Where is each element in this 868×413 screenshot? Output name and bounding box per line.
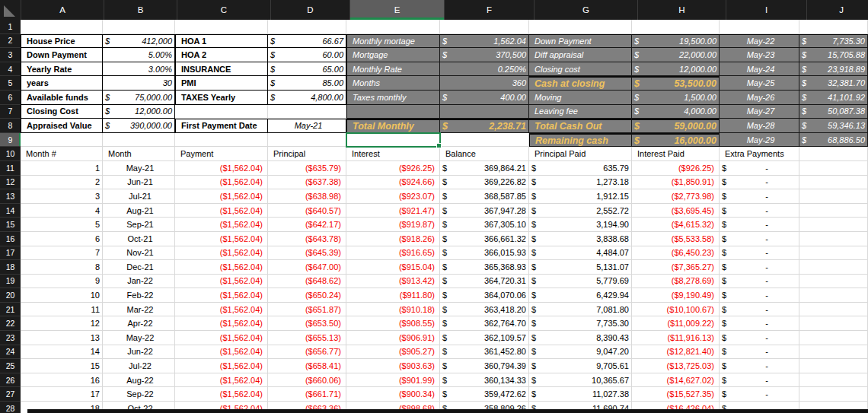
cell-F17[interactable]: $366,015.93	[440, 246, 529, 261]
cell-H19[interactable]: ($8,278.69)	[632, 275, 720, 289]
cell-C9[interactable]	[175, 133, 268, 148]
cell-I27[interactable]: $-	[720, 387, 799, 402]
cell-A19[interactable]: 9	[21, 275, 103, 289]
value-total-monthly[interactable]: $2,238.71	[440, 119, 529, 133]
projection-date-may-25[interactable]: May-25	[720, 76, 799, 91]
cell-A24[interactable]: 14	[21, 345, 103, 360]
label-taxes-monthly[interactable]: Taxes monthly	[346, 91, 440, 105]
value-cash-at-closing[interactable]: $53,500.00	[632, 76, 720, 91]
label-months[interactable]: Months	[346, 76, 440, 91]
cell-G20[interactable]: $6,429.94	[529, 288, 632, 303]
value-available-funds[interactable]: $75,000.00	[103, 91, 175, 105]
cell-C18[interactable]: ($1,562.04)	[175, 260, 268, 275]
cell-C27[interactable]: ($1,562.04)	[175, 387, 268, 402]
value-pmi[interactable]: $85.00	[268, 76, 346, 91]
cell-C7[interactable]	[175, 105, 268, 119]
projection-date-may-27[interactable]: May-27	[720, 105, 799, 119]
cell-F1[interactable]	[440, 20, 529, 34]
label-monthly-rate[interactable]: Monthly Rate	[346, 62, 440, 77]
cell-D21[interactable]: ($651.87)	[268, 303, 346, 317]
value-leaving-fee[interactable]: $4,000.00	[632, 105, 720, 119]
projection-date-may-24[interactable]: May-24	[720, 62, 799, 77]
value-house-price[interactable]: $412,000	[103, 34, 175, 49]
row-header-25[interactable]: 25	[0, 359, 21, 373]
column-header-E[interactable]: E	[350, 0, 445, 20]
value-years[interactable]: 30	[103, 76, 175, 91]
cell-J16[interactable]	[799, 232, 868, 246]
cell-D18[interactable]: ($647.00)	[268, 260, 346, 275]
cell-D9[interactable]	[268, 133, 346, 148]
cell-E1[interactable]	[346, 20, 440, 34]
cell-F13[interactable]: $368,587.85	[440, 189, 529, 204]
cell-H25[interactable]: ($13,725.03)	[632, 359, 720, 373]
row-header-7[interactable]: 7	[0, 105, 21, 119]
cell-E26[interactable]: ($901.99)	[346, 373, 440, 388]
cell-C17[interactable]: ($1,562.04)	[175, 246, 268, 261]
cell-B20[interactable]: Feb-22	[103, 288, 175, 303]
cell-B22[interactable]: Apr-22	[103, 316, 175, 331]
value-monthly-rate[interactable]: 0.250%	[440, 62, 529, 77]
cell-J13[interactable]	[799, 189, 868, 204]
cell-I24[interactable]: $-	[720, 345, 799, 360]
cell-A27[interactable]: 17	[21, 387, 103, 402]
cell-I19[interactable]: $-	[720, 275, 799, 289]
table-header-payment[interactable]: Payment	[175, 147, 268, 161]
column-header-C[interactable]: C	[177, 0, 271, 20]
cell-A11[interactable]: 1	[21, 161, 103, 176]
label-yearly-rate[interactable]: Yearly Rate	[21, 62, 103, 77]
cell-F19[interactable]: $364,720.31	[440, 275, 529, 289]
row-header-27[interactable]: 27	[0, 387, 21, 402]
label-years[interactable]: years	[21, 76, 103, 91]
value-remaining-cash[interactable]: $16,000.00	[632, 133, 720, 148]
cell-G23[interactable]: $8,390.43	[529, 331, 632, 345]
row-header-4[interactable]: 4	[0, 62, 21, 77]
cell-G14[interactable]: $2,552.72	[529, 204, 632, 218]
label-appraised-value[interactable]: Appraised Value	[21, 119, 103, 133]
cell-D17[interactable]: ($645.39)	[268, 246, 346, 261]
fill-handle[interactable]	[436, 143, 442, 148]
cell-C13[interactable]: ($1,562.04)	[175, 189, 268, 204]
cell-A15[interactable]: 5	[21, 218, 103, 232]
cell-C22[interactable]: ($1,562.04)	[175, 316, 268, 331]
row-header-20[interactable]: 20	[0, 288, 21, 303]
row-header-17[interactable]: 17	[0, 246, 21, 261]
cell-D15[interactable]: ($642.17)	[268, 218, 346, 232]
cell-F21[interactable]: $363,418.20	[440, 303, 529, 317]
value-total-cash-out[interactable]: $59,000.00	[632, 119, 720, 133]
cell-G13[interactable]: $1,912.15	[529, 189, 632, 204]
cell-E16[interactable]: ($918.26)	[346, 232, 440, 246]
label-hoa-1[interactable]: HOA 1	[175, 34, 268, 49]
cell-E14[interactable]: ($921.47)	[346, 204, 440, 218]
table-header-month[interactable]: Month #	[21, 147, 103, 161]
cell-A20[interactable]: 10	[21, 288, 103, 303]
cell-B26[interactable]: Aug-22	[103, 373, 175, 388]
cell-G16[interactable]: $3,838.68	[529, 232, 632, 246]
cell-I22[interactable]: $-	[720, 316, 799, 331]
row-header-2[interactable]: 2	[0, 34, 21, 49]
cell-F11[interactable]: $369,864.21	[440, 161, 529, 176]
label-moving[interactable]: Moving	[529, 91, 632, 105]
cell-E21[interactable]: ($910.18)	[346, 303, 440, 317]
cell-B9[interactable]	[103, 133, 175, 148]
label-hoa-2[interactable]: HOA 2	[175, 48, 268, 62]
cell-G12[interactable]: $1,273.18	[529, 176, 632, 190]
cell-A14[interactable]: 4	[21, 204, 103, 218]
row-header-8[interactable]: 8	[0, 119, 21, 133]
cell-J20[interactable]	[799, 288, 868, 303]
select-all-corner[interactable]	[0, 0, 21, 20]
cell-J11[interactable]	[799, 161, 868, 176]
row-header-16[interactable]: 16	[0, 232, 21, 246]
row-header-22[interactable]: 22	[0, 316, 21, 331]
label-available-funds[interactable]: Available funds	[21, 91, 103, 105]
cell-E25[interactable]: ($903.63)	[346, 359, 440, 373]
projection-balance-may-27[interactable]: $50,087.38	[799, 105, 868, 119]
cell-D19[interactable]: ($648.62)	[268, 275, 346, 289]
cell-B15[interactable]: Sep-21	[103, 218, 175, 232]
table-header-principal-paid[interactable]: Principal Paid	[529, 147, 632, 161]
row-header-12[interactable]: 12	[0, 176, 21, 190]
projection-balance-may-23[interactable]: $15,705.88	[799, 48, 868, 62]
cell-H14[interactable]: ($3,695.45)	[632, 204, 720, 218]
value-closing-cost[interactable]: $12,000.00	[632, 62, 720, 77]
cell-B17[interactable]: Nov-21	[103, 246, 175, 261]
cell-E13[interactable]: ($923.07)	[346, 189, 440, 204]
